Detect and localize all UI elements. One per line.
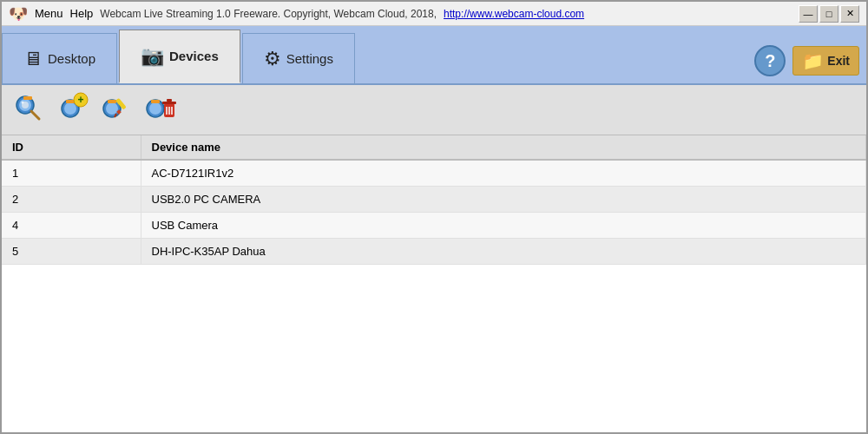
maximize-button[interactable]: □ (819, 5, 838, 23)
table-row[interactable]: 4USB Camera (2, 213, 866, 239)
svg-point-3 (22, 102, 24, 104)
search-icon (11, 89, 46, 130)
devices-icon: 📷 (141, 45, 164, 68)
settings-icon: ⚙ (264, 48, 281, 70)
table-row[interactable]: 5DH-IPC-K35AP Dahua (2, 239, 866, 265)
app-title: Webcam Live Streaming 1.0 Freeware. Copy… (100, 8, 437, 20)
menu-item-help[interactable]: Help (70, 7, 94, 20)
cell-id: 4 (2, 213, 141, 239)
delete-icon (141, 89, 176, 130)
device-table: ID Device name 1AC-D7121IR1v22USB2.0 PC … (2, 135, 866, 434)
add-button[interactable]: + (52, 90, 92, 130)
svg-rect-16 (108, 100, 116, 103)
tab-devices-label: Devices (169, 49, 219, 63)
header-right: ? 📁 Exit (754, 45, 866, 83)
exit-label: Exit (827, 54, 850, 68)
col-id: ID (2, 135, 141, 160)
svg-rect-26 (167, 99, 172, 102)
delete-button[interactable] (139, 90, 179, 130)
toolbar: + (2, 85, 866, 135)
cell-id: 5 (2, 239, 141, 265)
svg-point-21 (149, 102, 161, 115)
add-icon: + (55, 89, 89, 130)
cell-id: 1 (2, 160, 141, 187)
search-button[interactable] (9, 90, 49, 130)
tab-desktop-label: Desktop (48, 51, 95, 66)
main-content: + (2, 85, 866, 434)
menu-item-menu[interactable]: Menu (35, 7, 63, 20)
title-bar: 🐶 Menu Help Webcam Live Streaming 1.0 Fr… (2, 2, 866, 26)
cell-device-name: AC-D7121IR1v2 (141, 160, 866, 187)
cell-device-name: DH-IPC-K35AP Dahua (141, 239, 866, 265)
cell-device-name: USB2.0 PC CAMERA (141, 187, 866, 213)
svg-point-14 (106, 102, 118, 115)
tab-desktop[interactable]: 🖥 Desktop (2, 33, 117, 83)
col-device-name: Device name (141, 135, 866, 160)
table-row[interactable]: 1AC-D7121IR1v2 (2, 160, 866, 187)
tab-devices[interactable]: 📷 Devices (119, 30, 240, 83)
exit-icon: 📁 (802, 50, 824, 71)
help-icon: ? (765, 51, 775, 71)
close-button[interactable]: ✕ (840, 5, 859, 23)
cell-id: 2 (2, 187, 141, 213)
window-controls: — □ ✕ (799, 5, 859, 23)
edit-button[interactable] (95, 90, 135, 130)
app-logo: 🐶 (9, 4, 28, 23)
tab-bar: 🖥 Desktop 📷 Devices ⚙ Settings ? 📁 Exit (2, 26, 866, 85)
svg-rect-23 (151, 100, 160, 103)
svg-text:+: + (77, 94, 83, 106)
svg-rect-10 (66, 100, 75, 103)
svg-point-8 (64, 102, 76, 115)
desktop-icon: 🖥 (23, 48, 43, 70)
edit-icon (98, 89, 133, 130)
svg-rect-6 (23, 96, 32, 100)
cell-device-name: USB Camera (141, 213, 866, 239)
svg-rect-25 (162, 102, 176, 104)
help-button[interactable]: ? (754, 45, 786, 76)
table-row[interactable]: 2USB2.0 PC CAMERA (2, 187, 866, 213)
tab-settings-label: Settings (286, 51, 333, 66)
app-link[interactable]: http://www.webcam-cloud.com (444, 8, 584, 20)
svg-line-4 (31, 111, 39, 119)
minimize-button[interactable]: — (799, 5, 818, 23)
exit-button[interactable]: 📁 Exit (792, 46, 859, 76)
tab-settings[interactable]: ⚙ Settings (242, 33, 355, 83)
table-header: ID Device name (2, 135, 866, 160)
